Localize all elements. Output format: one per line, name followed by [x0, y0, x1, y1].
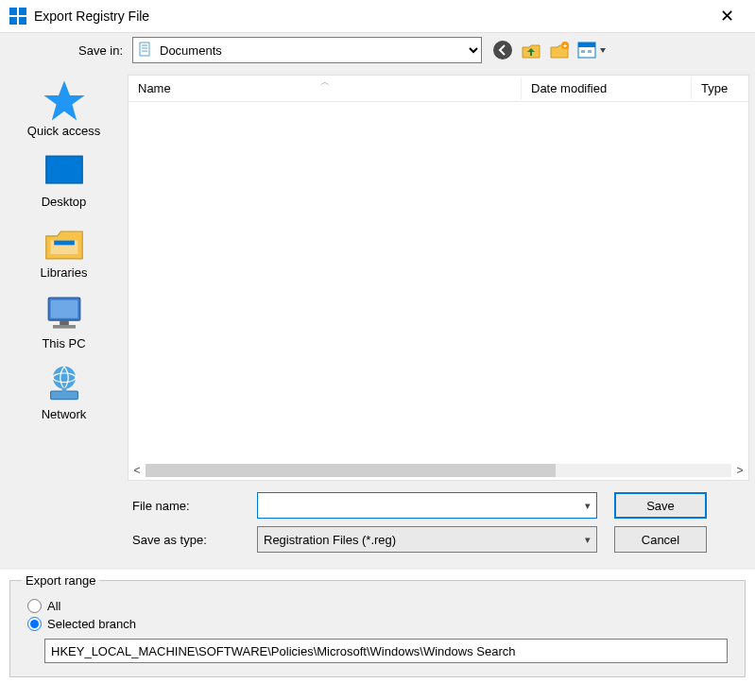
- save-as-type-value: Registration Files (*.reg): [264, 533, 396, 547]
- svg-rect-19: [54, 241, 75, 246]
- place-quick-access[interactable]: Quick access: [4, 82, 124, 138]
- up-one-level-icon[interactable]: [520, 39, 542, 61]
- places-bar: Quick access Desktop Libraries This PC N…: [0, 73, 128, 485]
- titlebar: Export Registry File ✕: [0, 0, 755, 32]
- svg-rect-12: [578, 43, 595, 47]
- sort-ascending-icon: ︿: [320, 76, 330, 89]
- file-list-body[interactable]: [129, 102, 748, 461]
- horizontal-scrollbar[interactable]: < >: [129, 461, 748, 480]
- save-in-label: Save in:: [9, 43, 132, 58]
- save-as-type-combo[interactable]: Registration Files (*.reg) ▾: [257, 526, 597, 553]
- svg-rect-1: [19, 8, 26, 15]
- scroll-right-icon[interactable]: >: [731, 464, 748, 477]
- scroll-thumb[interactable]: [146, 464, 556, 477]
- radio-all[interactable]: [27, 599, 42, 613]
- column-headers: ︿ Name Date modified Type: [129, 76, 748, 102]
- svg-rect-21: [50, 300, 77, 318]
- svg-rect-13: [581, 50, 585, 53]
- libraries-icon: [42, 224, 87, 262]
- svg-rect-22: [60, 320, 69, 325]
- svg-text:✦: ✦: [562, 43, 568, 49]
- svg-point-24: [53, 367, 76, 389]
- column-type[interactable]: Type: [692, 77, 748, 99]
- chevron-down-icon[interactable]: ▾: [585, 500, 591, 512]
- cancel-button[interactable]: Cancel: [614, 526, 707, 553]
- new-folder-icon[interactable]: ✦: [548, 39, 571, 61]
- save-as-type-label: Save as type:: [132, 533, 257, 547]
- regedit-app-icon: [9, 8, 26, 25]
- radio-selected-branch[interactable]: [27, 617, 42, 631]
- export-range-all[interactable]: All: [27, 599, 728, 613]
- svg-marker-15: [43, 80, 84, 120]
- place-desktop[interactable]: Desktop: [4, 153, 124, 209]
- file-name-label: File name:: [132, 499, 257, 513]
- svg-rect-16: [45, 156, 81, 183]
- export-range-group: Export range All Selected branch: [9, 573, 746, 677]
- svg-rect-14: [588, 50, 592, 53]
- svg-rect-0: [9, 8, 17, 15]
- svg-rect-27: [61, 388, 66, 393]
- place-libraries[interactable]: Libraries: [4, 224, 124, 280]
- column-date-modified[interactable]: Date modified: [522, 77, 692, 99]
- close-button[interactable]: ✕: [708, 6, 746, 26]
- network-icon: [42, 366, 87, 403]
- file-list-area: ︿ Name Date modified Type < >: [128, 75, 749, 481]
- thispc-icon: [42, 295, 87, 333]
- file-name-combo[interactable]: ▾: [257, 492, 597, 519]
- svg-point-8: [493, 41, 512, 60]
- desktop-icon: [42, 153, 87, 191]
- view-menu-icon[interactable]: [576, 39, 609, 61]
- save-button[interactable]: Save: [614, 492, 707, 519]
- svg-rect-23: [53, 325, 76, 329]
- export-range-legend: Export range: [22, 573, 99, 588]
- column-name[interactable]: ︿ Name: [129, 77, 522, 99]
- chevron-down-icon[interactable]: ▾: [585, 534, 591, 546]
- scroll-left-icon[interactable]: <: [129, 464, 146, 477]
- scroll-track[interactable]: [146, 464, 731, 477]
- selected-branch-input[interactable]: [44, 639, 728, 663]
- save-in-dropdown[interactable]: Documents: [132, 37, 482, 63]
- place-this-pc[interactable]: This PC: [4, 295, 124, 350]
- svg-rect-3: [19, 17, 26, 25]
- star-icon: [42, 82, 87, 120]
- svg-rect-26: [50, 391, 77, 399]
- save-in-toolbar: Save in: Documents ✦: [0, 32, 755, 73]
- window-title: Export Registry File: [34, 9, 708, 24]
- back-icon[interactable]: [491, 39, 514, 61]
- place-network[interactable]: Network: [4, 366, 124, 421]
- export-range-selected-branch[interactable]: Selected branch: [27, 617, 728, 631]
- svg-rect-2: [9, 17, 17, 25]
